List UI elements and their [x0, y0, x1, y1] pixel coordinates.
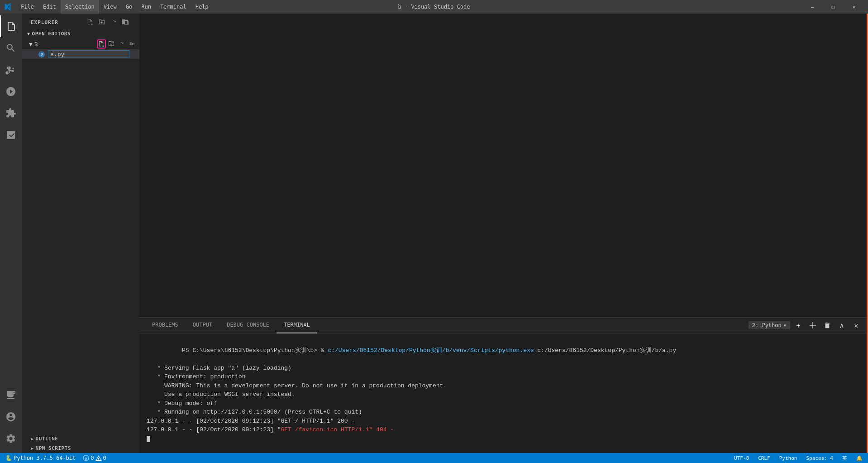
python-icon: 🐍 [5, 455, 12, 461]
main-content: Explorer [0, 14, 868, 453]
outline-section[interactable]: ▶ Outline [22, 434, 139, 444]
folder-b-label: B [34, 41, 38, 48]
folder-header-icons [97, 39, 136, 48]
folder-b-header[interactable]: ▼ B [22, 39, 139, 49]
minimize-button[interactable]: ― [802, 0, 823, 14]
settings-gear-icon [5, 433, 16, 444]
close-button[interactable]: ✕ [844, 0, 864, 14]
python-file-icon: P [38, 51, 45, 58]
terminal-line-4: WARNING: This is a development server. D… [147, 381, 861, 391]
folder-chevron-icon: ▼ [29, 41, 33, 48]
new-folder-header-button[interactable] [97, 17, 107, 27]
status-encoding[interactable]: UTF-8 [732, 453, 751, 463]
refresh-button[interactable] [109, 17, 119, 27]
svg-text:⊘: ⊘ [85, 456, 87, 461]
terminal-cursor [147, 436, 150, 442]
status-spaces[interactable]: Spaces: 4 [804, 453, 835, 463]
menu-edit[interactable]: Edit [38, 0, 61, 14]
vscode-logo-icon [4, 3, 12, 11]
new-file-icon [87, 19, 93, 25]
sidebar-item-source-control[interactable] [0, 59, 22, 81]
vscode-watermark [413, 124, 594, 307]
tab-output[interactable]: OUTPUT [186, 318, 219, 333]
split-terminal-button[interactable] [806, 319, 819, 332]
file-item-apy[interactable]: P [22, 49, 139, 59]
sidebar-item-account[interactable] [0, 406, 22, 428]
new-file-small-icon [98, 41, 105, 47]
terminal-line-8: 127.0.0.1 - - [02/Oct/2020 09:12:23] "GE… [147, 417, 861, 426]
terminal-line-7: * Running on http://127.0.0.1:5000/ (Pre… [147, 408, 861, 417]
collapse-icon [122, 19, 129, 25]
sidebar-item-testing[interactable] [0, 124, 22, 146]
npm-label: NPM Scripts [36, 445, 71, 451]
menu-go[interactable]: Go [121, 0, 137, 14]
refresh-small-icon [118, 41, 124, 47]
terminal-controls: 2: Python ▾ + [749, 319, 863, 332]
status-language[interactable]: Python [777, 453, 799, 463]
spaces-label: Spaces: 4 [806, 455, 833, 461]
folder-header-left: ▼ B [29, 41, 38, 48]
menu-file[interactable]: File [16, 0, 38, 14]
tab-problems[interactable]: PROBLEMS [145, 318, 186, 333]
chevron-down-icon: ▼ [27, 31, 30, 36]
terminal-prompt-text: PS C:\Users\86152\Desktop\Python实训\b> & [182, 347, 328, 354]
terminal-text-1: c:/Users/86152/Desktop/Python实训/b/a.py [534, 347, 677, 354]
menu-selection[interactable]: Selection [61, 0, 99, 14]
status-notifications[interactable]: 🔔 [854, 453, 864, 463]
activity-bar [0, 14, 22, 453]
error-count: 0 [91, 455, 94, 461]
filename-input[interactable] [48, 50, 129, 58]
new-file-button[interactable] [97, 39, 106, 48]
terminal-line-1: PS C:\Users\86152\Desktop\Python实训\b> & … [147, 337, 861, 364]
sidebar-item-settings[interactable] [0, 428, 22, 449]
terminal-content[interactable]: PS C:\Users\86152\Desktop\Python实训\b> & … [139, 333, 868, 453]
close-panel-button[interactable]: ✕ [850, 319, 863, 332]
menu-run[interactable]: Run [137, 0, 156, 14]
add-terminal-button[interactable]: + [792, 319, 805, 332]
status-input-method[interactable]: 英 [840, 453, 849, 463]
new-folder-button[interactable] [107, 39, 116, 48]
refresh-explorer-button[interactable] [117, 39, 126, 48]
outline-label: Outline [36, 436, 58, 442]
language-label: Python [779, 455, 797, 461]
maximize-panel-button[interactable]: ∧ [835, 319, 848, 332]
collapse-all-icon [128, 41, 134, 47]
menu-terminal[interactable]: Terminal [156, 0, 191, 14]
collapse-button[interactable] [120, 17, 130, 27]
sidebar-item-search[interactable] [0, 37, 22, 59]
status-errors[interactable]: ⊘ 0 0 [81, 453, 108, 463]
tab-terminal[interactable]: TERMINAL [277, 318, 317, 333]
terminal-line-6: * Debug mode: off [147, 399, 861, 408]
encoding-label: UTF-8 [734, 455, 749, 461]
sidebar-item-remote[interactable] [0, 384, 22, 406]
sidebar-item-extensions[interactable] [0, 102, 22, 124]
open-editors-section[interactable]: ▼ Open Editors [22, 29, 139, 39]
terminal-line-9: 127.0.0.1 - - [02/Oct/2020 09:12:23] "GE… [147, 425, 861, 434]
delete-terminal-button[interactable] [821, 319, 834, 332]
sidebar-spacer [22, 59, 139, 434]
terminal-tabs: PROBLEMS OUTPUT DEBUG CONSOLE TERMINAL 2… [139, 318, 868, 333]
title-bar: File Edit Selection View Go Run Terminal… [0, 0, 868, 14]
outline-chevron-icon: ▶ [31, 436, 34, 441]
activity-bar-bottom [0, 384, 22, 449]
restore-button[interactable]: □ [823, 0, 844, 14]
tab-debug-console[interactable]: DEBUG CONSOLE [219, 318, 277, 333]
sidebar: Explorer [22, 14, 139, 453]
menu-view[interactable]: View [99, 0, 121, 14]
refresh-icon [110, 19, 117, 25]
testing-icon [5, 130, 16, 140]
collapse-all-button[interactable] [127, 39, 136, 48]
vscode-watermark-logo [413, 124, 594, 305]
npm-scripts-section[interactable]: ▶ NPM Scripts [22, 444, 139, 453]
status-python[interactable]: 🐍 Python 3.7.5 64-bit [4, 453, 77, 463]
line-ending-label: CRLF [758, 455, 770, 461]
input-method-label: 英 [842, 455, 847, 462]
terminal-line-2: * Serving Flask app "a" (lazy loading) [147, 364, 861, 373]
sidebar-item-run[interactable] [0, 81, 22, 102]
error-icon: ⊘ [83, 455, 89, 461]
menu-help[interactable]: Help [191, 0, 213, 14]
terminal-selector[interactable]: 2: Python ▾ [749, 321, 790, 329]
status-line-ending[interactable]: CRLF [756, 453, 772, 463]
sidebar-item-explorer[interactable] [0, 15, 22, 37]
new-file-header-button[interactable] [85, 17, 95, 27]
